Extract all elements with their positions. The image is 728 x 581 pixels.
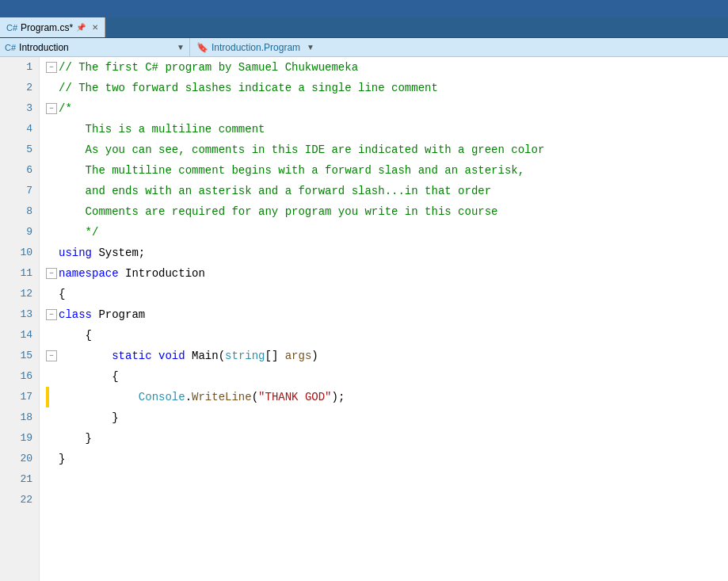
line-number: 20 xyxy=(6,449,32,469)
token-keyword: namespace xyxy=(59,263,119,284)
line-number: 18 xyxy=(6,407,32,428)
collapse-icon[interactable]: − xyxy=(46,350,57,361)
token-method: WriteLine xyxy=(192,387,252,407)
line-number: 10 xyxy=(6,243,32,263)
token-param: args xyxy=(285,346,312,366)
code-line: Console.WriteLine("THANK GOD"); xyxy=(46,387,728,407)
code-line: { xyxy=(46,284,728,304)
collapse-icon[interactable]: − xyxy=(46,268,57,279)
code-line: − static void Main(string[] args) xyxy=(46,346,728,366)
line-number: 5 xyxy=(6,140,32,160)
line-numbers-gutter: 12345678910111213141516171819202122 xyxy=(0,57,40,581)
token-plain xyxy=(59,346,112,366)
nav-left-chevron-icon: ▼ xyxy=(177,43,185,52)
token-type: Console xyxy=(139,387,185,407)
line-number: 13 xyxy=(6,304,32,325)
token-plain: ) xyxy=(311,346,318,366)
token-plain: { xyxy=(59,366,119,387)
nav-bookmark-icon: 🔖 xyxy=(196,42,208,53)
code-line: } xyxy=(46,428,728,449)
token-plain: } xyxy=(59,407,119,428)
nav-right-chevron-icon: ▼ xyxy=(307,43,314,52)
nav-left-text: Introduction xyxy=(19,42,69,53)
editor-area: 12345678910111213141516171819202122 −// … xyxy=(0,57,728,581)
token-comment: The multiline comment begins with a forw… xyxy=(59,160,524,181)
token-plain: } xyxy=(59,428,92,449)
token-comment: This is a multiline comment xyxy=(59,119,265,140)
code-line: } xyxy=(46,449,728,469)
token-plain xyxy=(59,387,139,407)
code-line: { xyxy=(46,325,728,346)
line-number: 4 xyxy=(6,119,32,140)
line-number: 9 xyxy=(6,222,32,243)
token-string: "THANK GOD" xyxy=(258,387,331,407)
token-plain xyxy=(152,346,158,366)
token-plain: [] xyxy=(265,346,285,366)
token-keyword: static xyxy=(112,346,151,366)
code-line: This is a multiline comment xyxy=(46,119,728,140)
line-number: 14 xyxy=(6,325,32,346)
title-bar xyxy=(0,0,728,17)
line-number: 6 xyxy=(6,160,32,181)
token-keyword: void xyxy=(158,346,185,366)
code-line: −class Program xyxy=(46,304,728,325)
tab-bar: C# Program.cs* 📌 ✕ xyxy=(0,17,728,38)
line-number: 17 xyxy=(6,387,32,407)
line-number: 12 xyxy=(6,284,32,304)
tab-label: Program.cs* xyxy=(21,22,73,33)
navigation-bar: C# Introduction ▼ 🔖 Introduction.Program… xyxy=(0,38,728,57)
code-line: */ xyxy=(46,222,728,243)
token-comment: As you can see, comments in this IDE are… xyxy=(59,140,544,160)
code-line: −namespace Introduction xyxy=(46,263,728,284)
code-line: As you can see, comments in this IDE are… xyxy=(46,140,728,160)
tab-program-cs[interactable]: C# Program.cs* 📌 ✕ xyxy=(0,17,105,37)
line-number: 11 xyxy=(6,263,32,284)
line-number: 16 xyxy=(6,366,32,387)
token-plain: ( xyxy=(252,387,258,407)
code-line: // The two forward slashes indicate a si… xyxy=(46,78,728,98)
token-plain: Main( xyxy=(185,346,225,366)
code-line: −// The first C# program by Samuel Chukw… xyxy=(46,57,728,78)
code-line: and ends with an asterisk and a forward … xyxy=(46,181,728,201)
tab-pin-icon[interactable]: 📌 xyxy=(76,23,86,32)
collapse-icon[interactable]: − xyxy=(46,62,57,73)
code-container: 12345678910111213141516171819202122 −// … xyxy=(0,57,728,581)
tab-close-button[interactable]: ✕ xyxy=(92,23,98,32)
code-line: −/* xyxy=(46,98,728,119)
token-comment: and ends with an asterisk and a forward … xyxy=(59,181,491,201)
token-plain: Introduction xyxy=(119,263,205,284)
token-type: string xyxy=(225,346,265,366)
line-number: 19 xyxy=(6,428,32,449)
code-line: { xyxy=(46,366,728,387)
tab-csharp-icon: C# xyxy=(6,23,17,32)
code-line: using System; xyxy=(46,243,728,263)
nav-right-label[interactable]: 🔖 Introduction.Program ▼ xyxy=(190,42,321,53)
nav-right-text: Introduction.Program xyxy=(212,42,300,53)
line-number: 21 xyxy=(6,469,32,490)
code-line: Comments are required for any program yo… xyxy=(46,201,728,222)
code-content[interactable]: −// The first C# program by Samuel Chukw… xyxy=(40,57,728,581)
token-comment: // The first C# program by Samuel Chukwu… xyxy=(59,57,358,78)
token-plain: System; xyxy=(92,243,145,263)
code-line: } xyxy=(46,407,728,428)
token-keyword: using xyxy=(59,243,92,263)
collapse-icon[interactable]: − xyxy=(46,309,57,320)
line-number: 7 xyxy=(6,181,32,201)
yellow-breakpoint-marker xyxy=(46,387,49,407)
line-number: 22 xyxy=(6,490,32,510)
token-plain: { xyxy=(59,325,92,346)
collapse-icon[interactable]: − xyxy=(46,103,57,114)
line-number: 3 xyxy=(6,98,32,119)
line-number: 15 xyxy=(6,346,32,366)
token-plain: ); xyxy=(332,387,345,407)
token-comment: */ xyxy=(59,222,98,243)
token-comment: /* xyxy=(59,98,72,119)
token-plain: { xyxy=(59,284,65,304)
nav-left-dropdown[interactable]: C# Introduction ▼ xyxy=(0,38,190,56)
token-comment: Comments are required for any program yo… xyxy=(59,201,498,222)
token-plain: . xyxy=(185,387,192,407)
line-number: 2 xyxy=(6,78,32,98)
line-number: 1 xyxy=(6,57,32,78)
token-comment: // The two forward slashes indicate a si… xyxy=(59,78,438,98)
code-line: The multiline comment begins with a forw… xyxy=(46,160,728,181)
